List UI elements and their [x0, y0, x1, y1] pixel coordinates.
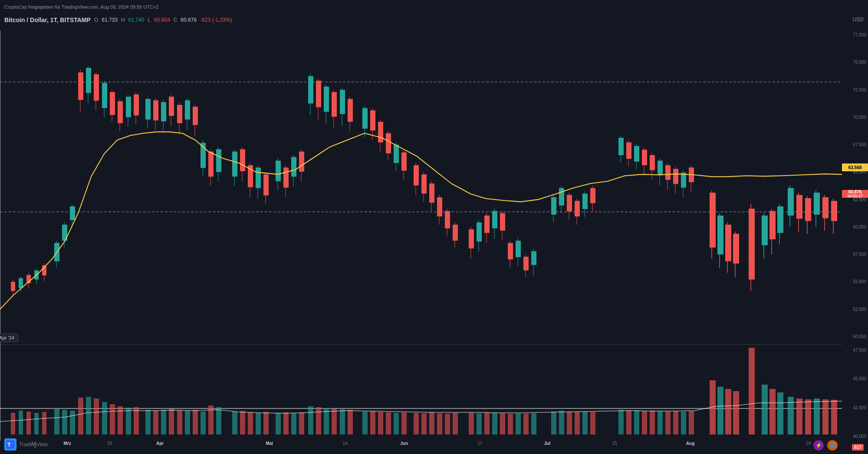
time-label-jul: Jul: [544, 441, 550, 446]
svg-rect-264: [401, 412, 407, 434]
svg-rect-119: [394, 145, 399, 163]
svg-rect-147: [516, 241, 521, 257]
svg-rect-51: [102, 83, 107, 108]
ohlc-close: 60.876: [181, 17, 197, 23]
svg-rect-288: [634, 410, 639, 434]
svg-rect-91: [276, 161, 281, 181]
svg-rect-272: [477, 413, 482, 434]
svg-rect-298: [725, 389, 731, 434]
svg-rect-290: [650, 411, 655, 434]
svg-rect-243: [216, 407, 221, 434]
svg-rect-276: [508, 414, 513, 434]
svg-rect-299: [733, 391, 739, 434]
top-bar: CryptoCay freigegeben für TradingView.co…: [0, 0, 868, 14]
svg-rect-191: [733, 234, 739, 264]
svg-rect-292: [665, 412, 671, 434]
svg-rect-131: [445, 211, 450, 228]
svg-rect-71: [185, 100, 190, 119]
time-label-mrz: Mrz: [64, 441, 71, 446]
currency-label: USD: [853, 16, 864, 23]
time-label-17: 17: [477, 441, 482, 446]
svg-rect-263: [394, 413, 399, 434]
svg-rect-153: [551, 197, 556, 215]
svg-rect-121: [401, 153, 407, 171]
svg-rect-125: [421, 174, 427, 193]
symbol-info: Bitcoin / Dollar, 1T, BITSTAMP O 61.733 …: [4, 16, 232, 23]
svg-rect-282: [567, 412, 572, 434]
svg-rect-61: [145, 99, 151, 119]
svg-rect-280: [551, 412, 556, 434]
svg-rect-228: [94, 398, 99, 434]
svg-rect-107: [340, 90, 345, 114]
svg-rect-255: [324, 408, 329, 434]
ohlc-c-label: C: [174, 17, 178, 23]
vol-price-42500: 42.500: [844, 405, 866, 410]
svg-rect-197: [769, 211, 776, 239]
svg-rect-295: [689, 411, 694, 434]
svg-rect-302: [769, 389, 776, 434]
svg-rect-223: [54, 408, 59, 434]
svg-rect-209: [822, 197, 829, 219]
svg-text:T: T: [7, 441, 11, 448]
bottom-icons[interactable]: ⚡ 🌐: [813, 440, 838, 451]
svg-rect-29: [11, 282, 15, 291]
svg-rect-274: [492, 413, 497, 434]
time-label-15: 15: [612, 441, 617, 446]
svg-rect-173: [650, 155, 655, 170]
svg-rect-306: [805, 399, 811, 434]
price-label-72500: 72.500: [844, 88, 866, 92]
volume-price-axis: 47.500 45.000 42.500 40.000: [842, 346, 868, 441]
svg-rect-283: [575, 412, 580, 434]
svg-rect-129: [437, 197, 442, 216]
svg-rect-77: [208, 151, 214, 176]
svg-rect-291: [658, 411, 663, 434]
svg-rect-240: [193, 410, 198, 434]
svg-rect-73: [193, 107, 198, 125]
svg-rect-171: [642, 150, 647, 165]
svg-rect-207: [814, 193, 820, 215]
price-label-77500: 77.500: [844, 33, 866, 37]
svg-rect-305: [796, 398, 802, 434]
svg-rect-235: [153, 411, 158, 434]
svg-rect-271: [469, 413, 474, 434]
price-axis: 77.500 75.000 72.500 70.000 67.500 65.00…: [842, 30, 868, 341]
time-label-aug: Aug: [686, 441, 694, 446]
svg-rect-133: [453, 225, 458, 241]
svg-rect-179: [673, 169, 678, 184]
globe-icon[interactable]: 🌐: [827, 440, 838, 451]
main-chart-area[interactable]: [0, 30, 842, 341]
svg-rect-81: [232, 151, 237, 176]
svg-rect-230: [110, 404, 115, 434]
svg-rect-248: [263, 412, 269, 434]
svg-rect-139: [484, 216, 490, 233]
svg-rect-221: [34, 413, 39, 434]
svg-rect-254: [316, 407, 321, 434]
ohlc-h-label: H: [121, 17, 125, 23]
svg-rect-31: [19, 278, 23, 288]
svg-rect-287: [626, 411, 631, 434]
tradingview-logo: T TradingView: [4, 438, 48, 451]
svg-rect-169: [634, 146, 639, 162]
svg-rect-238: [177, 410, 182, 434]
svg-rect-149: [523, 257, 529, 271]
svg-rect-237: [169, 409, 174, 434]
svg-rect-218: [11, 413, 15, 434]
svg-rect-87: [256, 167, 261, 188]
volume-chart-area: [0, 346, 842, 441]
svg-rect-165: [618, 138, 624, 155]
svg-rect-167: [626, 142, 631, 159]
symbol-name: Bitcoin / Dollar, 1T, BITSTAMP: [4, 16, 91, 23]
tv-logo-text: TradingView: [19, 441, 48, 447]
lightning-icon[interactable]: ⚡: [813, 440, 824, 451]
svg-rect-258: [348, 410, 353, 434]
price-label-50000: 50.000: [844, 334, 866, 339]
svg-rect-203: [796, 195, 802, 219]
price-label-60000: 60.000: [844, 225, 866, 229]
svg-rect-67: [169, 97, 174, 116]
svg-rect-275: [500, 413, 505, 434]
svg-rect-175: [658, 161, 663, 176]
svg-rect-103: [324, 87, 329, 112]
price-label-55000: 55.000: [844, 279, 866, 284]
svg-rect-63: [153, 100, 158, 120]
svg-rect-135: [469, 229, 474, 248]
